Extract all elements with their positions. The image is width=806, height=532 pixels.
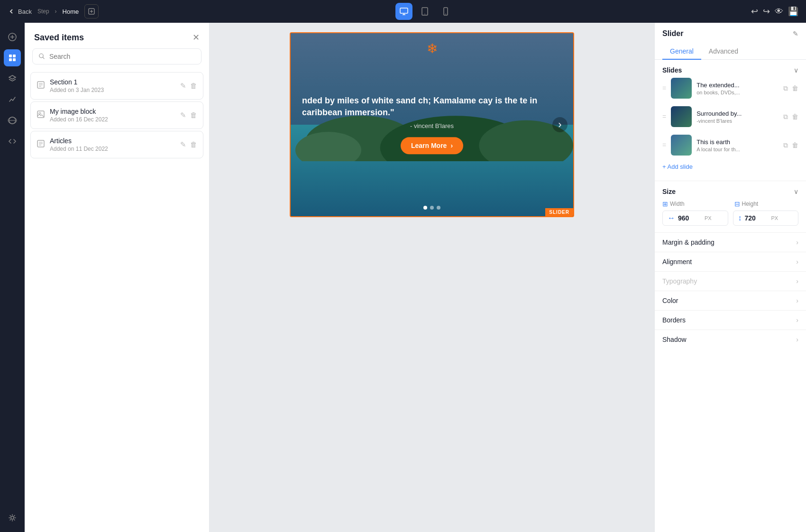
height-input[interactable] (745, 214, 769, 222)
slide-dot-2[interactable] (430, 206, 434, 210)
slide-info-2: Surrounded by... -vincent B'lares (696, 110, 779, 124)
delete-slide-1-button[interactable]: 🗑 (792, 84, 798, 92)
svg-point-16 (39, 112, 41, 114)
saved-items-panel: Saved items ✕ Section 1 Added on 3 Jan 2… (25, 23, 210, 532)
drag-handle-2[interactable]: = (662, 113, 666, 120)
alignment-row[interactable]: Alignment › (655, 252, 806, 272)
undo-button[interactable]: ↩ (751, 6, 758, 17)
typography-row[interactable]: Typography › (655, 272, 806, 291)
saved-panel-title: Saved items (34, 33, 84, 43)
learn-more-button[interactable]: Learn More › (401, 138, 463, 155)
tablet-device-button[interactable] (416, 3, 433, 20)
edit-slider-title-icon[interactable]: ✎ (793, 30, 798, 37)
edit-item-button[interactable]: ✎ (180, 140, 186, 149)
copy-slide-1-button[interactable]: ⧉ (783, 84, 788, 92)
add-slide-label: + Add slide (662, 163, 693, 170)
saved-item-name: Articles (50, 137, 175, 145)
width-label-wrapper: ⊞ Width (662, 200, 727, 208)
svg-rect-1 (400, 8, 408, 13)
size-inputs-row: ↔ PX ↕ PX (662, 211, 798, 226)
back-button[interactable]: Back (8, 8, 32, 15)
copy-slide-3-button[interactable]: ⧉ (783, 141, 788, 149)
saved-item-info: Articles Added on 11 Dec 2022 (50, 137, 175, 152)
slider-element[interactable]: ❄ nded by miles of white sand ch; Kamala… (290, 32, 574, 217)
step-label: Step (37, 8, 49, 15)
canvas-area: ❄ nded by miles of white sand ch; Kamala… (210, 23, 654, 532)
borders-row[interactable]: Borders › (655, 311, 806, 330)
icon-sidebar (0, 23, 25, 532)
width-unit: PX (705, 215, 712, 221)
list-item: Articles Added on 11 Dec 2022 ✎ 🗑 (30, 131, 203, 158)
delete-slide-2-button[interactable]: 🗑 (792, 113, 798, 121)
color-chevron: › (796, 297, 798, 304)
margin-padding-row[interactable]: Margin & padding › (655, 233, 806, 252)
saved-item-actions: ✎ 🗑 (180, 82, 197, 90)
save-button[interactable]: 💾 (788, 6, 798, 17)
search-input[interactable] (49, 53, 195, 60)
saved-item-date: Added on 3 Jan 2023 (50, 87, 175, 93)
saved-item-actions: ✎ 🗑 (180, 111, 197, 119)
settings-button[interactable] (4, 509, 21, 526)
image-block-icon (37, 110, 45, 120)
width-label-text: Width (670, 201, 685, 207)
saved-item-actions: ✎ 🗑 (180, 140, 197, 149)
desktop-device-button[interactable] (395, 3, 412, 20)
slide-item-3: = This is earth A local tour for th... ⧉… (662, 131, 798, 159)
topbar: Back Step › Home ↩ ↪ 👁 💾 (0, 0, 806, 23)
color-row[interactable]: Color › (655, 291, 806, 311)
slide-dot-1[interactable] (423, 206, 427, 210)
slide-info-1: The extended... on books, DVDs,... (696, 82, 779, 95)
width-field-icon: ↔ (668, 214, 675, 222)
saved-items-button[interactable] (4, 49, 21, 66)
size-section-title: Size (662, 188, 676, 195)
mobile-device-button[interactable] (437, 3, 454, 20)
copy-slide-2-button[interactable]: ⧉ (783, 113, 788, 121)
delete-item-button[interactable]: 🗑 (190, 140, 197, 149)
slides-section-header[interactable]: Slides ∨ (662, 66, 798, 74)
delete-slide-3-button[interactable]: 🗑 (792, 141, 798, 149)
edit-item-button[interactable]: ✎ (180, 111, 186, 119)
drag-handle-3[interactable]: = (662, 141, 666, 149)
learn-more-label: Learn More (411, 142, 447, 150)
delete-item-button[interactable]: 🗑 (190, 82, 197, 90)
saved-item-date: Added on 11 Dec 2022 (50, 146, 175, 152)
page-options-button[interactable] (84, 4, 99, 18)
slide-actions-3: ⧉ 🗑 (783, 141, 798, 149)
add-element-button[interactable] (4, 28, 21, 46)
redo-button[interactable]: ↪ (763, 6, 770, 17)
slider-author-text: - vincent B'lares (302, 123, 562, 130)
breadcrumb-separator: › (55, 8, 57, 15)
svg-rect-9 (9, 58, 12, 61)
size-section: Size ∨ ⊞ Width ⊟ Height (655, 181, 806, 233)
close-panel-button[interactable]: ✕ (192, 32, 200, 43)
color-label: Color (662, 297, 678, 304)
saved-item-date: Added on 16 Dec 2022 (50, 116, 175, 123)
slide-title-3: This is earth (696, 138, 779, 146)
integrations-button[interactable] (4, 112, 21, 129)
margin-padding-label: Margin & padding (662, 238, 714, 246)
shadow-row[interactable]: Shadow › (655, 330, 806, 349)
code-button[interactable] (4, 133, 21, 150)
slider-content: nded by miles of white sand ch; Kamalame… (291, 95, 573, 154)
width-input[interactable] (678, 214, 702, 222)
add-slide-button[interactable]: + Add slide (662, 159, 798, 174)
svg-point-12 (11, 516, 14, 519)
analytics-button[interactable] (4, 91, 21, 108)
width-icon: ⊞ (662, 200, 668, 208)
size-section-header[interactable]: Size ∨ (662, 188, 798, 195)
drag-handle-1[interactable]: = (662, 84, 666, 92)
tab-general[interactable]: General (662, 44, 701, 60)
edit-item-button[interactable]: ✎ (180, 82, 186, 90)
slide-actions-1: ⧉ 🗑 (783, 84, 798, 92)
layers-button[interactable] (4, 70, 21, 87)
slide-actions-2: ⧉ 🗑 (783, 113, 798, 121)
delete-item-button[interactable]: 🗑 (190, 111, 197, 119)
slide-item-2: = Surrounded by... -vincent B'lares ⧉ 🗑 (662, 102, 798, 131)
slide-dot-3[interactable] (437, 206, 440, 210)
preview-button[interactable]: 👁 (775, 7, 783, 17)
width-field: ↔ PX (662, 211, 728, 226)
tab-advanced[interactable]: Advanced (701, 44, 746, 60)
borders-chevron: › (796, 316, 798, 324)
search-icon (38, 53, 46, 60)
slider-next-button[interactable]: › (552, 117, 568, 132)
